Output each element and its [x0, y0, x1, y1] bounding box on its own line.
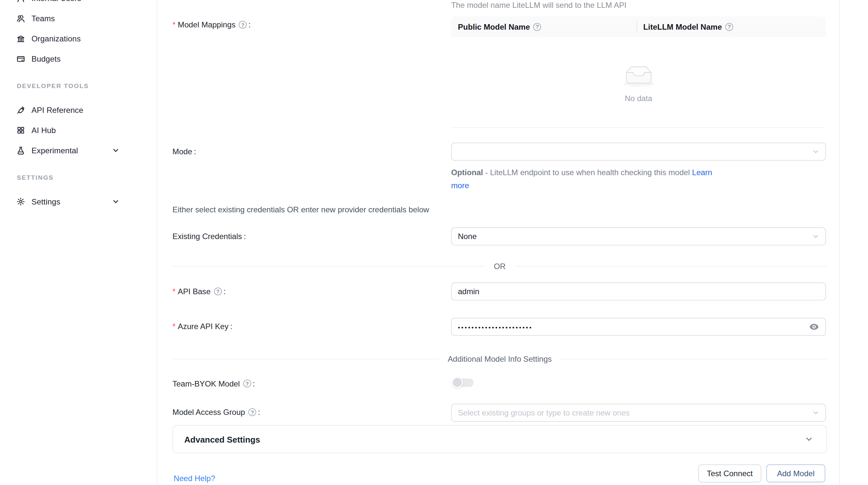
- help-icon[interactable]: ?: [214, 288, 222, 295]
- or-divider: OR: [173, 261, 827, 272]
- api-base-input[interactable]: admin: [451, 283, 826, 300]
- flask-icon: [16, 146, 26, 155]
- teams-icon: [16, 14, 26, 23]
- chevron-down-icon: [812, 149, 819, 155]
- api-base-label: * API Base ? :: [173, 286, 226, 297]
- sidebar-item-label: Experimental: [31, 146, 78, 155]
- model-mappings-table: Public Model Name ? LiteLLM Model Name ?…: [451, 16, 826, 128]
- sidebar-item-organizations[interactable]: Organizations: [0, 29, 157, 49]
- user-icon: [16, 0, 26, 3]
- label-colon: :: [223, 287, 226, 296]
- add-model-button[interactable]: Add Model: [766, 464, 825, 482]
- empty-box-icon: [621, 62, 656, 89]
- sidebar-item-internal-users[interactable]: Internal Users: [0, 0, 157, 8]
- chevron-down-icon: [805, 435, 813, 443]
- model-name-hint: The model name LiteLLM will send to the …: [451, 1, 626, 10]
- advanced-settings-panel[interactable]: Advanced Settings: [173, 425, 827, 453]
- required-asterisk: *: [173, 20, 176, 29]
- help-glyph: ?: [251, 409, 254, 415]
- azure-api-key-label: * Azure API Key :: [173, 321, 232, 332]
- table-empty-state: No data: [451, 37, 826, 128]
- sidebar-item-api-reference[interactable]: API Reference: [0, 100, 157, 120]
- label-colon: :: [258, 408, 260, 417]
- advanced-settings-title: Advanced Settings: [184, 434, 260, 444]
- mode-label: Mode :: [173, 146, 196, 157]
- help-glyph: ?: [728, 24, 731, 30]
- column-header-litellm-model-name: LiteLLM Model Name ?: [637, 16, 826, 37]
- column-header-label: LiteLLM Model Name: [643, 22, 722, 31]
- bank-icon: [16, 34, 26, 43]
- credit-card-icon: [16, 55, 26, 64]
- help-icon[interactable]: ?: [725, 23, 733, 31]
- sidebar-section-developer-tools: DEVELOPER TOOLS: [17, 83, 157, 89]
- help-icon[interactable]: ?: [243, 380, 251, 387]
- sidebar-item-label: Organizations: [31, 34, 81, 43]
- sidebar-item-budgets[interactable]: Budgets: [0, 49, 157, 69]
- mode-select[interactable]: [451, 142, 826, 160]
- add-model-form: The model name LiteLLM will send to the …: [157, 0, 840, 485]
- model-access-group-select[interactable]: Select existing groups or type to create…: [451, 404, 826, 422]
- sidebar-item-teams[interactable]: Teams: [0, 8, 157, 29]
- azure-api-key-input[interactable]: ••••••••••••••••••••••: [451, 318, 826, 335]
- empty-state-text: No data: [625, 94, 652, 103]
- password-value: ••••••••••••••••••••••: [458, 324, 532, 331]
- help-glyph: ?: [216, 288, 220, 294]
- field-label: Mode: [173, 147, 192, 156]
- sidebar-item-label: AI Hub: [31, 126, 56, 135]
- team-byok-toggle[interactable]: [452, 377, 475, 389]
- sidebar-item-label: Internal Users: [31, 0, 81, 3]
- select-value: None: [458, 232, 477, 241]
- plug-icon: [16, 106, 26, 115]
- column-header-label: Public Model Name: [458, 22, 530, 31]
- sidebar: Internal Users Teams Organizations Budge…: [0, 0, 157, 485]
- table-header-row: Public Model Name ? LiteLLM Model Name ?: [451, 16, 826, 37]
- input-value: admin: [458, 287, 479, 296]
- required-asterisk: *: [173, 287, 176, 296]
- sidebar-item-ai-hub[interactable]: AI Hub: [0, 120, 157, 140]
- field-label: Existing Credentials: [173, 232, 242, 241]
- divider-text: OR: [485, 262, 515, 271]
- label-colon: :: [244, 232, 246, 241]
- help-glyph: ?: [241, 22, 244, 28]
- toggle-knob: [452, 377, 463, 388]
- grid-icon: [16, 126, 26, 135]
- field-label: Model Mappings: [178, 20, 236, 29]
- sidebar-item-label: Budgets: [31, 55, 61, 64]
- credentials-note: Either select existing credentials OR en…: [173, 205, 429, 214]
- label-colon: :: [230, 322, 232, 331]
- label-colon: :: [253, 379, 255, 388]
- mode-help-text: Optional - LiteLLM endpoint to use when …: [451, 166, 722, 192]
- divider-text: Additional Model Info Settings: [439, 354, 561, 363]
- chevron-down-icon: [812, 409, 819, 416]
- add-model-page: Internal Users Teams Organizations Budge…: [0, 0, 868, 485]
- help-icon[interactable]: ?: [248, 408, 256, 416]
- existing-credentials-select[interactable]: None: [451, 227, 826, 245]
- eye-icon[interactable]: [809, 322, 819, 332]
- additional-info-divider: Additional Model Info Settings: [173, 353, 827, 364]
- field-label: Model Access Group: [173, 408, 245, 417]
- column-header-public-model-name: Public Model Name ?: [451, 16, 637, 37]
- help-icon[interactable]: ?: [239, 21, 247, 29]
- chevron-down-icon: [112, 147, 119, 154]
- help-glyph: ?: [245, 380, 249, 387]
- label-colon: :: [194, 147, 196, 156]
- team-byok-label: Team-BYOK Model ? :: [173, 378, 255, 389]
- sidebar-item-label: API Reference: [31, 106, 83, 115]
- help-body: - LiteLLM endpoint to use when health ch…: [483, 168, 692, 177]
- field-label: Team-BYOK Model: [173, 379, 240, 388]
- chevron-down-icon: [812, 233, 819, 240]
- chevron-down-icon: [112, 198, 119, 205]
- field-label: API Base: [178, 287, 211, 296]
- sidebar-item-label: Settings: [31, 197, 60, 206]
- sidebar-item-experimental[interactable]: Experimental: [0, 140, 157, 160]
- sidebar-section-settings: SETTINGS: [17, 174, 157, 181]
- help-bold: Optional: [451, 168, 483, 177]
- sidebar-item-settings[interactable]: Settings: [0, 191, 157, 212]
- help-glyph: ?: [536, 24, 539, 30]
- need-help-link[interactable]: Need Help?: [174, 474, 215, 483]
- help-icon[interactable]: ?: [533, 23, 541, 31]
- test-connect-button[interactable]: Test Connect: [698, 464, 761, 482]
- sidebar-item-label: Teams: [31, 14, 55, 23]
- model-mappings-label: * Model Mappings ? :: [173, 19, 251, 30]
- label-colon: :: [248, 20, 251, 29]
